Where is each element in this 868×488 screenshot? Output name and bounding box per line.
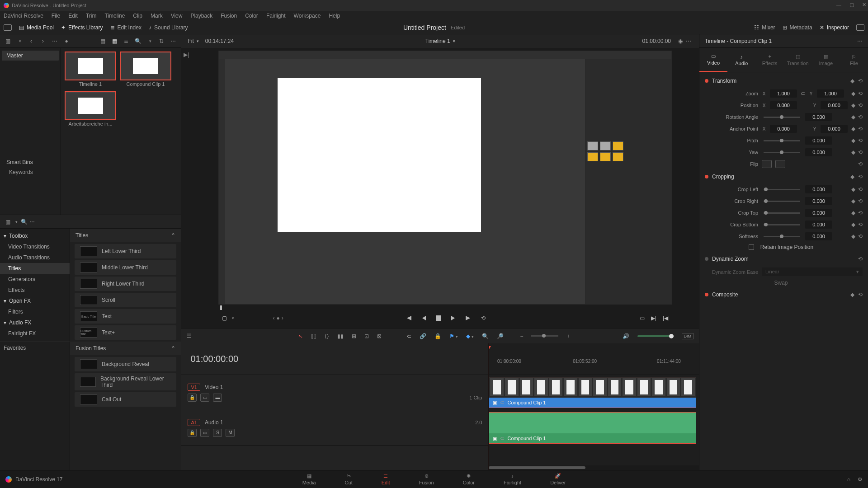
reset-icon[interactable]: ⟲ [858,78,863,84]
fx-node-audio-transitions[interactable]: Audio Transitions [0,252,70,263]
settings-icon[interactable]: ⚙ [858,476,863,483]
keyframe-icon[interactable]: ◆ [851,198,855,204]
flip-v-button[interactable] [775,160,785,168]
crop-left-slider[interactable] [764,189,800,190]
resolve-logo-icon[interactable] [5,476,12,483]
pool-more[interactable]: ⋯ [51,37,59,45]
sort-icon[interactable]: ⇅ [157,37,165,45]
composite-group[interactable]: Composite◆⟲ [699,288,868,301]
keyframe-icon[interactable]: ◆ [851,149,855,155]
page-edit[interactable]: ☰Edit [382,473,390,485]
keyframe-icon[interactable]: ◆ [851,221,855,228]
snap-toggle[interactable]: ⊂ [407,333,411,339]
nav-fwd[interactable]: › [39,37,47,45]
tab-effects[interactable]: ✦Effects [755,48,783,72]
track-badge-a1[interactable]: A1 [188,419,200,426]
fx-item[interactable]: Left Lower Third [75,244,176,258]
page-deliver[interactable]: 🚀Deliver [550,473,566,485]
tab-video[interactable]: ▭Video [699,48,727,72]
lock-track-icon[interactable]: 🔒 [188,394,197,402]
single-viewer-icon[interactable]: ▭ [640,315,645,321]
cropping-group[interactable]: Cropping◆⟲ [699,170,868,183]
fx-item[interactable]: Background Reveal [75,357,176,371]
page-fusion[interactable]: ⊗Fusion [419,473,434,485]
media-pool-toggle[interactable]: ▤Media Pool [19,24,54,31]
transform-group[interactable]: Transform◆⟲ [699,74,868,88]
overwrite-tool[interactable]: ⊡ [364,333,369,339]
keyframe-icon[interactable]: ◆ [851,186,855,192]
menu-app[interactable]: DaVinci Resolve [4,13,43,19]
zoom-search-icon[interactable]: 🔍 [482,333,489,339]
reset-icon[interactable]: ⟲ [858,256,863,262]
viewer-canvas[interactable] [218,51,672,305]
home-icon[interactable]: ⌂ [847,476,850,483]
timeline-ruler[interactable]: 01:00:00:00 01:05:52:00 01:11:44:00 [489,343,699,375]
reset-icon[interactable]: ⟲ [858,161,863,167]
reset-icon[interactable]: ⟲ [858,186,863,192]
crop-right-slider[interactable] [764,201,800,202]
reset-icon[interactable]: ⟲ [858,137,863,144]
inspector-toggle[interactable]: ✕Inspector [820,24,849,31]
fx-item[interactable]: Background Reveal Lower Third [75,373,176,390]
rotation-slider[interactable] [764,117,800,118]
fx-layout[interactable]: ▥ [4,218,12,226]
clip-compound-1[interactable]: Compound Clip 1 [121,52,170,87]
crop-bottom-input[interactable] [805,221,832,229]
fx-node-video-transitions[interactable]: Video Transitions [0,241,70,252]
mute-icon[interactable]: 🔊 [623,333,629,339]
clip-arbeitsbereiche[interactable]: Arbeitsbereiche in... [66,92,115,127]
replace-tool[interactable]: ⊠ [377,333,382,339]
pitch-slider[interactable] [764,140,800,141]
ease-dropdown[interactable]: Linear▾ [762,267,863,276]
pool-layout-menu[interactable] [15,37,24,45]
menu-playback[interactable]: Playback [190,13,212,19]
prev-clip-icon[interactable]: |◀ [663,315,668,321]
fx-node-filters[interactable]: Filters [0,306,70,317]
bin-master[interactable]: Master [2,51,59,61]
record-timecode[interactable]: 01:00:00:00 [642,38,671,44]
reset-icon[interactable]: ⟲ [858,149,863,155]
menu-fusion[interactable]: Fusion [221,13,237,19]
lock-icon[interactable]: 🔒 [434,333,441,339]
volume-slider[interactable] [637,335,674,337]
auto-select-icon[interactable]: ▭ [200,394,209,402]
crop-top-slider[interactable] [764,212,800,214]
pool-layout-button[interactable]: ▥ [4,37,12,45]
menu-timeline[interactable]: Timeline [104,13,125,19]
first-frame-button[interactable] [405,315,412,321]
reset-icon[interactable]: ⟲ [858,291,863,298]
tab-file[interactable]: ⎘File [840,48,868,72]
playhead[interactable] [489,343,489,470]
tab-image[interactable]: ▦Image [812,48,840,72]
auto-select-icon[interactable]: ▭ [200,429,209,437]
fx-item[interactable]: Call Out [75,392,176,407]
pitch-input[interactable] [805,136,832,145]
keywords-bin[interactable]: Keywords [2,167,59,177]
fx-favorites[interactable]: Favorites [0,342,70,354]
search-icon[interactable]: 🔍 [134,37,142,45]
video-clip[interactable]: ▣⊂Compound Clip 1 [489,377,696,408]
audio-clip[interactable]: ▣⊂Compound Clip 1 [489,412,696,444]
video-track-header[interactable]: V1 Video 1 🔒 ▭ ▬ 1 Clip [181,375,488,410]
flip-h-button[interactable] [762,160,772,168]
page-fairlight[interactable]: ♪Fairlight [504,474,521,485]
reset-icon[interactable]: ⟲ [858,221,863,228]
search-menu[interactable] [146,37,154,45]
yaw-input[interactable] [805,148,832,156]
reset-icon[interactable]: ⟲ [858,90,863,97]
keyframe-icon[interactable]: ◆ [850,174,854,180]
clip-timeline-1[interactable]: Timeline 1 [66,52,115,87]
dynamic-trim-tool[interactable]: ⟨⟩ [325,333,329,339]
prev-edit-icon[interactable]: ▶| [184,52,189,58]
keyframe-icon[interactable]: ◆ [851,233,855,239]
link-toggle[interactable]: 🔗 [420,333,426,339]
anchor-x-input[interactable] [770,125,797,133]
menu-help[interactable]: Help [329,13,340,19]
swap-button[interactable]: Swap [774,280,788,286]
page-cut[interactable]: ✂Cut [345,473,353,485]
fx-node-titles[interactable]: Titles [0,263,70,274]
fx-node-openfx[interactable]: ▾Open FX [0,296,70,306]
dynamic-zoom-group[interactable]: Dynamic Zoom⟲ [699,252,868,266]
flag-menu[interactable]: ⚑ [449,333,458,339]
edit-index-toggle[interactable]: ≣Edit Index [110,24,142,31]
